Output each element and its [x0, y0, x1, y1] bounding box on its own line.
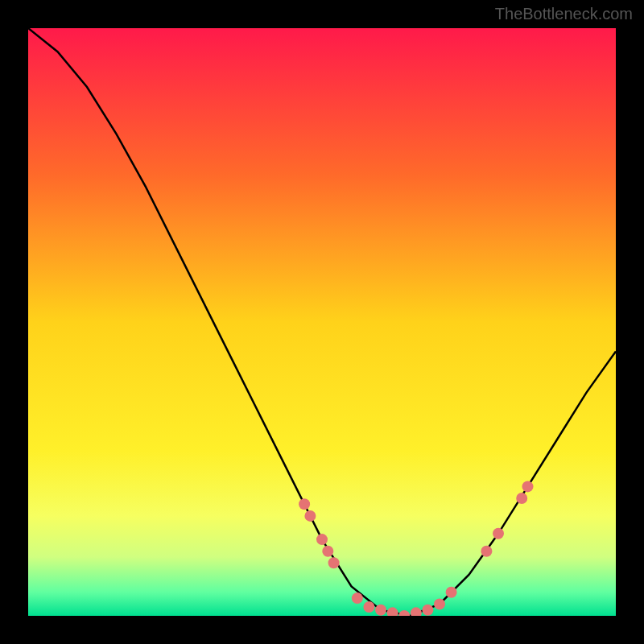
data-point [363, 601, 374, 613]
data-point [446, 587, 457, 598]
data-point [352, 592, 363, 604]
data-point [304, 510, 316, 522]
data-point [322, 546, 333, 557]
chart-svg [28, 28, 616, 616]
data-point [299, 498, 310, 510]
data-point [434, 598, 445, 609]
data-point [375, 605, 386, 616]
data-point [516, 493, 527, 504]
chart-frame [28, 28, 616, 616]
data-point [522, 481, 534, 492]
data-point [481, 546, 492, 557]
data-point [422, 605, 433, 616]
data-point [493, 528, 504, 539]
data-point [316, 534, 328, 545]
watermark-text: TheBottleneck.com [495, 5, 633, 23]
data-point [328, 557, 340, 568]
gradient-bg [28, 28, 616, 616]
